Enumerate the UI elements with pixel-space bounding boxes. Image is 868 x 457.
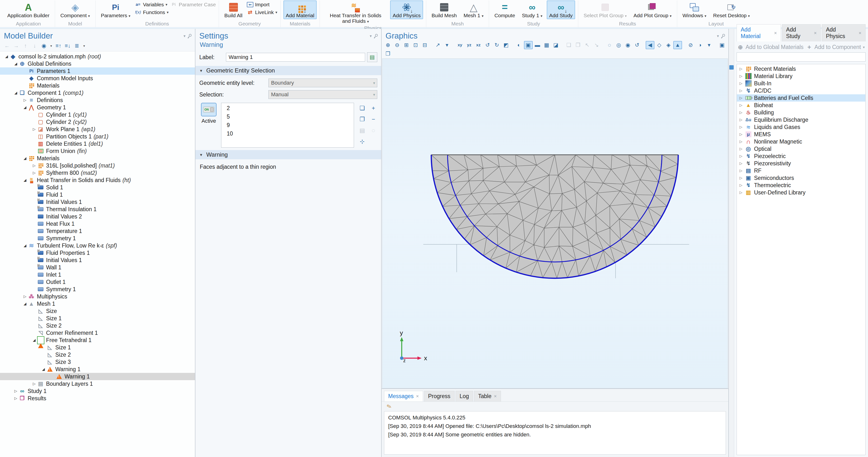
heat-transfer-interface-button[interactable]: ≋Heat Transfer in Solids and Fluids ▾ [323, 0, 388, 25]
expander-closed-icon[interactable]: ▷ [737, 110, 745, 115]
expander-closed-icon[interactable]: ▷ [737, 132, 745, 136]
tree-node[interactable]: ◢❑Component 1(comp1) [0, 89, 195, 96]
functions-button[interactable]: f(x)Functions▾ [135, 9, 169, 16]
material-library-item[interactable]: ▷ΔuEquilibrium Discharge [737, 116, 865, 123]
front-view-icon[interactable]: ◀ [646, 41, 654, 49]
selection-list[interactable]: 25910 [221, 103, 354, 148]
close-tab-icon[interactable]: × [774, 30, 777, 36]
pin-icon[interactable] [188, 33, 192, 37]
go-to-default-view-icon[interactable]: ↗ [434, 41, 442, 49]
tree-node[interactable]: ▷⁂Multiphysics [0, 293, 195, 300]
view-hidden-on-icon[interactable]: ◎ [614, 41, 623, 49]
remove-from-selection-icon[interactable]: − [368, 114, 379, 125]
tree-node[interactable]: ◺Size 1 [0, 344, 195, 351]
expander-open-icon[interactable]: ◢ [22, 302, 28, 306]
label-field-input[interactable]: Warning 1 [226, 53, 365, 62]
clear-selection-icon[interactable]: ◌ [368, 125, 379, 136]
tree-node[interactable]: ▷❒Results [0, 395, 195, 402]
expander-closed-icon[interactable]: ▷ [737, 74, 745, 78]
panel-menu-icon[interactable]: ▾ [370, 34, 372, 38]
section-geometric-entity-selection[interactable]: ▼ Geometric Entity Selection [195, 66, 381, 75]
scene-grid-icon[interactable]: ▦ [542, 41, 551, 49]
print-icon[interactable]: ❐ [383, 50, 392, 58]
material-library-item[interactable]: ▷↯Piezoelectric [737, 152, 865, 160]
tree-node[interactable]: Temperature 1 [0, 227, 195, 235]
material-library-item[interactable]: ▷▥User-Defined Library [737, 189, 865, 196]
tree-node[interactable]: Symmetry 1 [0, 235, 195, 242]
tree-node[interactable]: Warning 1 [0, 373, 195, 380]
material-library-item[interactable]: ▷▣Semiconductors [737, 174, 865, 182]
tree-node[interactable]: PiParameters 1 [0, 67, 195, 75]
messages-tab-messages[interactable]: Messages× [384, 391, 423, 401]
copy-to-clipboard-icon[interactable]: ❐ [357, 114, 368, 125]
close-tab-icon[interactable]: × [416, 394, 419, 399]
import-button[interactable]: ⇐Import [247, 1, 277, 8]
tree-node[interactable]: DInitial Values 1 [0, 256, 195, 264]
caret-icon[interactable]: ▾ [49, 42, 53, 50]
add-to-component-button[interactable]: +Add to Component▾ [806, 44, 865, 51]
selection-select[interactable]: Manual [269, 90, 377, 99]
forward-icon[interactable]: → [12, 42, 20, 50]
tree-node[interactable]: ▷▤Boundary Layers 1 [0, 380, 195, 388]
add-study-button[interactable]: ∞↓Add Study [547, 0, 575, 19]
panel-tab-add-physics[interactable]: Add Physics× [822, 24, 866, 41]
model-tree-node-text-icon[interactable]: ≣ [73, 42, 81, 50]
build-mesh-button[interactable]: Build Mesh [429, 0, 459, 19]
restore-panel-icon[interactable] [729, 65, 734, 69]
material-library-item[interactable]: ▷▲Bioheat [737, 101, 865, 109]
expander-open-icon[interactable]: ◢ [22, 178, 28, 182]
tree-node[interactable]: ◢Free Tetrahedral 1 [0, 336, 195, 344]
zoom-selected-icon[interactable]: ⊟ [421, 41, 429, 49]
expander-open-icon[interactable]: ◢ [22, 243, 28, 248]
variables-button[interactable]: a=Variables▾ [135, 1, 169, 8]
paste-selection-icon[interactable]: ▤ [357, 125, 368, 136]
view-yz-icon[interactable]: yz [465, 41, 473, 49]
material-rendering-off-icon[interactable]: ⊘ [686, 41, 695, 49]
tree-node[interactable]: ▢Cylinder 1(cyl1) [0, 111, 195, 118]
tree-node[interactable]: DInitial Values 1 [0, 198, 195, 206]
expander-closed-icon[interactable]: ▷ [31, 382, 37, 386]
tree-node[interactable]: ◢Materials [0, 155, 195, 162]
expander-closed-icon[interactable]: ▷ [737, 140, 745, 144]
material-library-item[interactable]: ▷Recent Materials [737, 65, 865, 72]
tree-node[interactable]: ◢◆comsol ls-2 simulation.mph(root) [0, 53, 195, 60]
expand-all-icon[interactable]: ≡↑ [54, 42, 63, 50]
perspective-icon[interactable]: ◩ [502, 41, 510, 49]
zoom-out-icon[interactable]: ⊖ [393, 41, 402, 49]
move-down-icon[interactable]: ↓ [31, 42, 39, 50]
add-material-button[interactable]: ↓Add Material [283, 0, 317, 19]
tree-node[interactable]: ◢≋Turbulent Flow, Low Re k-ε(spf) [0, 242, 195, 249]
expander-closed-icon[interactable]: ▷ [31, 171, 37, 175]
close-tab-icon[interactable]: × [494, 394, 497, 399]
zoom-box-icon[interactable]: ⊞ [402, 41, 411, 49]
tree-node[interactable]: ◺Size 3 [0, 358, 195, 366]
expander-closed-icon[interactable]: ▷ [737, 89, 745, 93]
selection-item[interactable]: 5 [221, 113, 354, 121]
tree-node[interactable]: Outlet 1 [0, 278, 195, 285]
messages-tab-table[interactable]: Table× [474, 391, 501, 401]
material-library-item[interactable]: ▷♨Building [737, 109, 865, 116]
selection-item[interactable]: 2 [221, 104, 354, 113]
close-tab-icon[interactable]: × [859, 30, 862, 36]
add-plot-group-button[interactable]: Add Plot Group ▾ [631, 0, 674, 20]
messages-tab-progress[interactable]: Progress [424, 391, 455, 401]
expander-open-icon[interactable]: ◢ [40, 367, 46, 371]
expander-open-icon[interactable]: ◢ [3, 54, 10, 59]
material-library-item[interactable]: ▷Batteries and Fuel Cells [737, 94, 865, 101]
expander-open-icon[interactable]: ◢ [12, 62, 19, 66]
reset-desktop-button[interactable]: ↻Reset Desktop ▾ [711, 0, 752, 20]
collapse-all-icon[interactable]: ≡↓ [64, 42, 72, 50]
expander-closed-icon[interactable]: ▷ [737, 118, 745, 122]
undo-icon[interactable]: ↺ [633, 41, 642, 49]
scene-floor-icon[interactable]: ▬ [533, 41, 542, 49]
add-to-selection-icon[interactable]: + [368, 103, 379, 114]
clear-messages-icon[interactable]: ✎ [384, 402, 394, 412]
zoom-to-selection-icon[interactable]: ⊹ [357, 136, 368, 147]
deselect-box-icon[interactable]: ↘ [592, 41, 601, 49]
scene-light-icon[interactable]: ◐ [515, 41, 524, 49]
expander-closed-icon[interactable]: ▷ [737, 81, 745, 86]
expander-closed-icon[interactable]: ▷ [737, 147, 745, 151]
expander-closed-icon[interactable]: ▷ [12, 389, 19, 393]
expander-closed-icon[interactable]: ▷ [737, 103, 745, 108]
tree-node[interactable]: ◹Corner Refinement 1 [0, 329, 195, 336]
